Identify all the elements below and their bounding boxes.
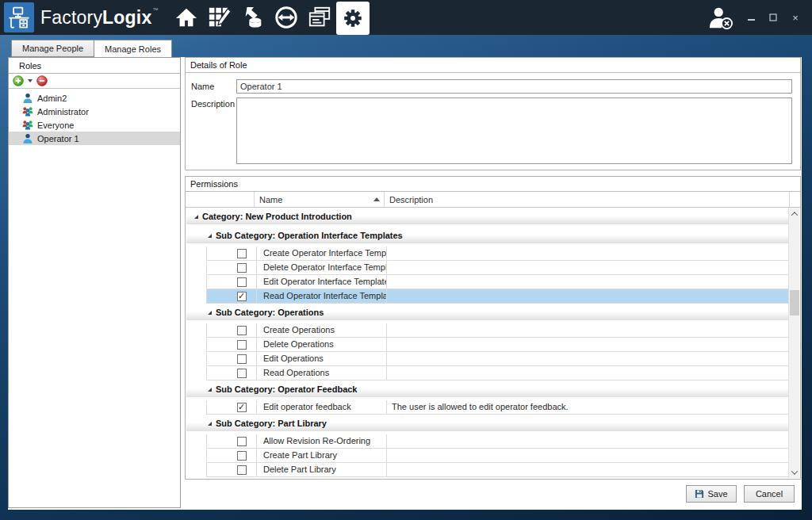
details-panel-title: Details of Role [186,58,800,73]
grid-header-spacer [790,192,800,207]
permission-checkbox[interactable] [237,249,247,258]
group-label: Sub Category: Part Library [216,419,327,428]
permission-checkbox[interactable] [237,437,247,446]
logout-user-icon[interactable] [707,6,734,29]
role-item-everyone[interactable]: Everyone [9,118,180,132]
group-expander-icon[interactable] [194,215,198,219]
permission-checkbox-cell [207,449,257,462]
permission-checkbox[interactable] [237,326,247,335]
permissions-grid-body: Category: New Product IntroductionSub Ca… [186,208,788,478]
permission-row[interactable]: Delete Operations [206,338,788,352]
add-role-icon[interactable] [13,75,24,86]
permission-checkbox[interactable] [237,369,247,378]
permission-description [387,323,788,337]
role-item-administrator[interactable]: Administrator [9,105,180,118]
settings-gear-nav-button[interactable] [336,2,370,35]
permission-checkbox[interactable] [237,465,247,475]
remove-role-icon[interactable] [36,75,48,86]
permission-checkbox-cell [207,434,257,448]
permission-checkbox[interactable] [237,263,247,273]
data-import-icon [241,6,265,29]
description-column-header[interactable]: Description [385,192,790,207]
permission-checkbox[interactable] [237,403,247,412]
subcategory-group-row[interactable]: Sub Category: Part Library [186,415,788,431]
production-grid-edit-nav-button[interactable] [203,0,236,35]
role-item-operator-1[interactable]: Operator 1 [9,132,180,145]
permission-checkbox[interactable] [237,292,247,301]
transfer-circle-nav-button[interactable] [270,0,303,35]
group-expander-icon[interactable] [208,311,212,315]
role-item-admin2[interactable]: Admin2 [9,91,180,105]
role-label: Admin2 [37,94,67,103]
permission-checkbox-cell [207,261,257,274]
permission-name: Edit Operations [257,352,387,365]
roles-panel-title: Roles [9,58,180,74]
group-icon [22,106,33,117]
role-description-input[interactable] [236,98,792,164]
windows-stack-nav-button[interactable] [303,0,336,35]
permission-checkbox-cell [207,352,257,365]
name-column-header[interactable]: Name [255,192,385,207]
permission-row[interactable]: Create Part Library [206,449,788,463]
subcategory-group-row[interactable]: Sub Category: Operation Interface Templa… [186,228,788,243]
permission-description [387,449,788,462]
permission-description [387,463,788,476]
permission-checkbox-cell [207,323,257,337]
permission-row[interactable]: Edit Operator Interface Templates [206,275,788,289]
scroll-up-icon[interactable] [789,208,800,220]
role-name-input[interactable] [236,79,792,94]
permission-row[interactable]: Create Operator Interface Templat... [206,247,788,261]
cancel-button[interactable]: Cancel [744,485,795,503]
subcategory-group-row[interactable]: Sub Category: Operations [186,304,788,320]
permission-description [387,247,788,260]
category-group-row[interactable]: Category: New Product Introduction [186,208,788,224]
data-import-nav-button[interactable] [236,0,270,35]
group-expander-icon[interactable] [208,422,212,426]
permission-row[interactable]: Delete Part Library [206,463,788,477]
minimize-button[interactable] [745,11,756,24]
permission-row[interactable]: Read Operations [206,366,788,380]
add-role-dropdown-icon[interactable] [28,79,33,82]
group-expander-icon[interactable] [208,388,212,392]
permission-name: Create Part Library [257,449,387,462]
home-icon [174,6,198,29]
scroll-down-icon[interactable] [789,466,800,478]
permission-name: Read Operations [257,366,387,380]
settings-gear-icon [341,6,365,30]
permission-row[interactable]: Delete Operator Interface Templat... [206,261,788,275]
subcategory-group-row[interactable]: Sub Category: Operator Feedback [186,381,788,397]
scrollbar-thumb[interactable] [790,290,799,315]
permission-checkbox[interactable] [237,354,247,364]
roles-toolbar [9,74,180,89]
vertical-scrollbar[interactable] [788,208,799,478]
group-expander-icon[interactable] [208,234,212,238]
permission-row[interactable]: Create Operations [206,323,788,338]
permission-row[interactable]: Allow Revision Re-Ordering [206,434,788,449]
permission-checkbox-cell [207,400,257,414]
tab-strip: Manage PeopleManage Roles [11,40,172,57]
titlebar: FactoryLogix™ × [0,0,812,35]
permission-description [387,289,788,303]
tab-manage-roles[interactable]: Manage Roles [94,40,172,58]
main-navigation [170,0,370,35]
group-label: Sub Category: Operator Feedback [216,384,358,394]
permission-checkbox[interactable] [237,277,247,287]
role-label: Everyone [37,120,74,130]
checkbox-column-header [186,192,255,207]
user-icon [22,133,33,144]
tab-manage-people[interactable]: Manage People [11,40,94,57]
permission-name: Delete Operations [257,338,387,351]
maximize-button[interactable] [768,11,779,24]
permission-checkbox[interactable] [237,451,247,461]
permission-row[interactable]: Edit Operations [206,352,788,366]
permission-row[interactable]: Edit operator feedbackThe user is allowe… [206,400,788,415]
close-button[interactable]: × [790,11,801,24]
main-content: Roles Admin2AdministratorEveryoneOperato… [8,57,802,510]
permission-checkbox[interactable] [237,340,247,350]
save-button[interactable]: Save [686,485,737,503]
permissions-panel-title: Permissions [186,177,800,192]
permission-row[interactable]: Read Operator Interface Templates [206,289,788,304]
windows-stack-icon [308,6,331,29]
roles-list: Admin2AdministratorEveryoneOperator 1 [9,89,180,145]
home-nav-button[interactable] [170,0,203,35]
